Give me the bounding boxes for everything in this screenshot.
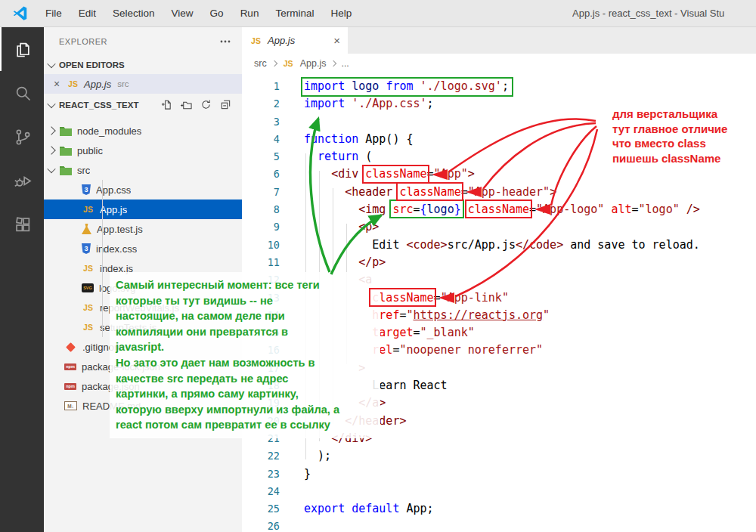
collapse-all-icon[interactable] (220, 99, 231, 112)
project-header[interactable]: REACT_CSS_TEXT (44, 94, 242, 116)
tree-item-logo-svg[interactable]: SVGlogo.svg (44, 278, 242, 298)
code-line-24[interactable]: 24 (242, 483, 756, 500)
css-icon-appcss: 3 (82, 184, 91, 195)
search-icon[interactable] (0, 71, 44, 115)
new-folder-icon[interactable] (181, 99, 192, 112)
menu-help[interactable]: Help (322, 3, 360, 23)
open-editor-item-appjs[interactable]: × JS App.js src (44, 74, 242, 94)
breadcrumb-appjs[interactable]: App.js (300, 58, 327, 69)
line-number: 12 (242, 271, 280, 289)
tree-item-label: App.test.js (97, 224, 143, 235)
tree-item-label: package-lock.json (82, 361, 160, 373)
code-line-1[interactable]: 1import logo from './logo.svg'; (242, 78, 756, 95)
code-editor[interactable]: 1import logo from './logo.svg';2import '… (242, 73, 756, 532)
breadcrumb-src[interactable]: src (254, 58, 267, 69)
code-line-5[interactable]: 5 return ( (242, 148, 756, 165)
chevron-down-icon (47, 165, 55, 173)
chevron-down-icon (47, 60, 55, 68)
tree-item-readme-md[interactable]: M↓README.md (44, 396, 242, 416)
code-line-22[interactable]: 22 ); (242, 447, 756, 465)
tree-item-label: reportWebVitals.js (100, 302, 179, 314)
menu-run[interactable]: Run (232, 3, 268, 23)
menu-go[interactable]: Go (202, 3, 232, 23)
tree-item-setuptests-js[interactable]: JSsetupTests.js (44, 317, 242, 337)
chevron-right-icon (47, 146, 55, 154)
menu-file[interactable]: File (37, 3, 70, 23)
tree-item-label: index.js (100, 263, 133, 274)
explorer-icon[interactable] (0, 27, 44, 71)
code-line-content: <div className="App"> (304, 165, 475, 183)
source-control-icon[interactable] (0, 115, 44, 159)
code-line-content: return ( (304, 148, 372, 165)
line-number: 26 (242, 518, 280, 532)
line-number: 11 (242, 254, 280, 271)
tree-item-index-js[interactable]: JSindex.js (44, 258, 242, 278)
vscode-logo-icon (12, 5, 28, 21)
more-actions-icon[interactable] (219, 36, 231, 48)
tree-item-app-css[interactable]: 3App.css (44, 180, 242, 200)
line-number: 7 (242, 184, 280, 201)
open-editor-detail: src (117, 79, 129, 88)
tree-item--gitignore[interactable]: .gitignore (44, 337, 242, 357)
tree-item-public[interactable]: public (44, 141, 242, 160)
code-line-content: <a (304, 271, 372, 289)
breadcrumb: src JS App.js ... (242, 54, 756, 73)
tree-item-app-test-js[interactable]: App.test.js (44, 219, 242, 239)
npm-icon-packagejson: npm (64, 383, 76, 390)
tree-item-src[interactable]: src (44, 160, 242, 180)
menu-view[interactable]: View (163, 3, 202, 23)
tree-item-label: .gitignore (82, 342, 122, 353)
breadcrumb-symbol[interactable]: ... (341, 58, 349, 69)
code-line-4[interactable]: 4function App() { (242, 131, 756, 148)
md-icon-readmemd: M↓ (64, 401, 77, 410)
tree-item-package-json[interactable]: npmpackage.json (44, 376, 242, 396)
refresh-icon[interactable] (200, 99, 212, 112)
test-icon-apptestjs (82, 224, 91, 234)
js-icon-appjs: JS (82, 205, 94, 214)
title-bar: FileEditSelectionViewGoRunTerminalHelp A… (0, 0, 756, 27)
code-line-23[interactable]: 23} (242, 466, 756, 483)
open-editors-header[interactable]: OPEN EDITORS (44, 56, 242, 74)
indent-guide (319, 171, 320, 441)
code-line-content: <header className="App-header"> (304, 184, 556, 201)
close-icon[interactable]: × (51, 78, 62, 90)
line-number: 8 (242, 201, 280, 218)
tree-item-reportwebvitals-js[interactable]: JSreportWebVitals.js (44, 298, 242, 317)
code-line-content: className="App-link" (304, 289, 509, 307)
extensions-icon[interactable] (0, 203, 44, 246)
file-tree: node_modulespublicsrc3App.cssJSApp.jsApp… (44, 121, 242, 416)
line-number: 19 (242, 394, 280, 412)
activity-bar (0, 27, 44, 532)
indent-guide (346, 224, 347, 364)
new-file-icon[interactable] (161, 99, 172, 112)
run-debug-icon[interactable] (0, 159, 44, 203)
tree-item-package-lock-json[interactable]: npmpackage-lock.json (44, 357, 242, 376)
code-line-content: href="https://reactjs.org" (304, 307, 550, 324)
indent-guide (333, 188, 333, 424)
code-line-25[interactable]: 25export default App; (242, 500, 756, 518)
code-line-26[interactable]: 26 (242, 518, 756, 532)
indent-guide (305, 153, 306, 459)
menu-edit[interactable]: Edit (70, 3, 104, 23)
svg-icon-logosvg: SVG (82, 283, 94, 292)
code-line-content: ); (304, 447, 331, 465)
js-icon-reportwebvitalsjs: JS (82, 303, 94, 312)
line-number: 21 (242, 430, 280, 447)
git-icon-gitignore (66, 342, 76, 352)
line-number: 1 (242, 78, 280, 95)
js-file-icon: JS (67, 79, 79, 88)
tree-item-label: logo.svg (99, 283, 135, 294)
tree-item-app-js[interactable]: JSApp.js (44, 200, 242, 219)
code-line-3[interactable]: 3 (242, 113, 756, 131)
tree-item-index-css[interactable]: 3index.css (44, 239, 242, 258)
tree-item-node-modules[interactable]: node_modules (44, 121, 242, 141)
menu-terminal[interactable]: Terminal (267, 3, 322, 23)
code-line-content: Edit <code>src/App.js</code> and save to… (304, 237, 700, 254)
code-line-content: rel="noopener noreferrer" (304, 342, 543, 359)
menu-selection[interactable]: Selection (104, 3, 163, 23)
tab-appjs[interactable]: JS App.js × (242, 27, 348, 54)
close-icon[interactable]: × (333, 34, 340, 47)
line-number: 23 (242, 466, 280, 483)
code-line-2[interactable]: 2import './App.css'; (242, 95, 756, 113)
code-line-content: > (304, 360, 365, 377)
